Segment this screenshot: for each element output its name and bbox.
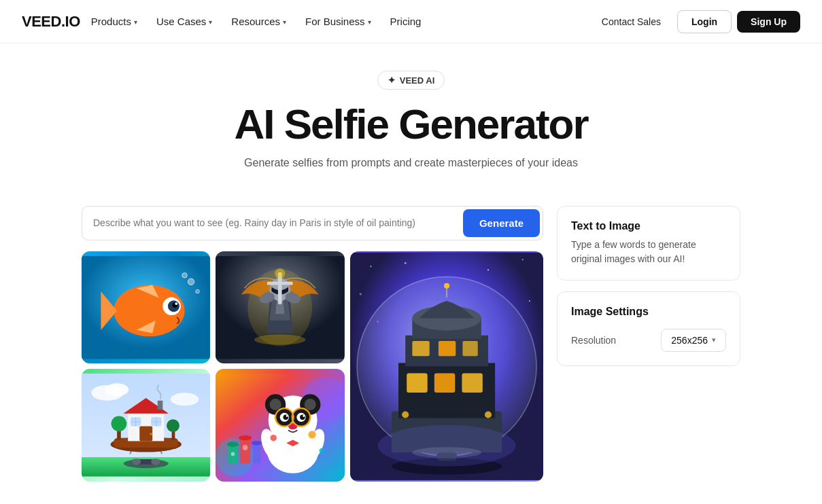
svg-rect-34 xyxy=(434,374,455,393)
svg-point-54 xyxy=(171,393,199,406)
generate-button[interactable]: Generate xyxy=(463,209,540,237)
svg-point-43 xyxy=(444,283,449,289)
svg-point-50 xyxy=(377,425,515,467)
svg-point-24 xyxy=(487,269,489,270)
svg-point-8 xyxy=(175,302,177,305)
nav-products[interactable]: Products ▾ xyxy=(83,10,145,33)
right-panel: Text to Image Type a few words to genera… xyxy=(557,206,740,482)
chevron-down-icon: ▾ xyxy=(712,336,716,344)
logo[interactable]: VEED.IO xyxy=(22,13,80,31)
main-content: Generate xyxy=(0,206,822,504)
text-to-image-card: Text to Image Type a few words to genera… xyxy=(557,206,740,281)
login-button[interactable]: Login xyxy=(677,10,732,33)
nav-forbusiness[interactable]: For Business ▾ xyxy=(297,10,379,33)
hero-title: AI Selfie Generator xyxy=(234,102,587,147)
chevron-down-icon: ▾ xyxy=(134,18,137,26)
hero-subtitle: Generate selfies from prompts and create… xyxy=(244,157,578,169)
navbar-left: VEED.IO Products ▾ Use Cases ▾ Resources… xyxy=(22,10,429,33)
chevron-down-icon: ▾ xyxy=(209,18,212,26)
svg-point-114 xyxy=(320,448,325,454)
image-floating-house xyxy=(82,369,210,481)
svg-point-22 xyxy=(370,266,371,267)
svg-point-23 xyxy=(405,262,407,264)
svg-point-90 xyxy=(231,452,235,456)
svg-point-59 xyxy=(112,416,127,432)
svg-rect-85 xyxy=(240,438,250,464)
svg-point-27 xyxy=(529,300,530,302)
svg-point-113 xyxy=(271,435,277,441)
svg-point-91 xyxy=(243,445,248,450)
nav-resources[interactable]: Resources ▾ xyxy=(223,10,294,33)
svg-point-89 xyxy=(252,441,262,446)
navbar: VEED.IO Products ▾ Use Cases ▾ Resources… xyxy=(0,0,822,43)
svg-point-61 xyxy=(167,420,179,433)
chevron-down-icon: ▾ xyxy=(368,18,371,26)
chevron-down-icon: ▾ xyxy=(283,18,286,26)
svg-point-19 xyxy=(275,268,286,278)
svg-point-80 xyxy=(151,458,160,465)
svg-point-11 xyxy=(182,273,188,278)
image-fish xyxy=(82,251,210,363)
left-panel: Generate xyxy=(82,206,543,482)
svg-rect-37 xyxy=(412,341,429,356)
svg-point-10 xyxy=(196,289,200,293)
text-to-image-desc: Type a few words to generate original im… xyxy=(571,238,726,266)
svg-point-105 xyxy=(303,415,305,417)
svg-point-64 xyxy=(150,433,152,435)
resolution-row: Resolution 256x256 ▾ xyxy=(571,329,726,352)
search-input[interactable] xyxy=(82,208,460,238)
svg-point-26 xyxy=(360,293,362,295)
svg-rect-39 xyxy=(462,341,477,356)
veed-ai-badge: ✦ VEED AI xyxy=(377,71,445,90)
image-panda xyxy=(216,369,344,481)
image-settings-title: Image Settings xyxy=(571,306,726,318)
nav-usecases[interactable]: Use Cases ▾ xyxy=(148,10,220,33)
nav-pricing[interactable]: Pricing xyxy=(382,10,430,33)
svg-rect-49 xyxy=(407,374,427,393)
svg-rect-18 xyxy=(267,282,293,285)
svg-point-88 xyxy=(239,435,252,441)
svg-point-112 xyxy=(309,431,316,439)
svg-point-47 xyxy=(402,411,409,418)
svg-rect-86 xyxy=(253,444,260,464)
svg-rect-38 xyxy=(439,341,456,356)
svg-point-97 xyxy=(305,399,316,410)
svg-point-53 xyxy=(105,384,129,397)
contact-sales-button[interactable]: Contact Sales xyxy=(591,11,672,33)
svg-rect-73 xyxy=(158,401,163,410)
image-globe-house xyxy=(350,251,543,482)
text-to-image-title: Text to Image xyxy=(571,220,726,232)
image-settings-card: Image Settings Resolution 256x256 ▾ xyxy=(557,291,740,366)
svg-point-79 xyxy=(132,458,141,465)
svg-point-104 xyxy=(286,415,288,417)
svg-rect-35 xyxy=(462,374,482,393)
resolution-select[interactable]: 256x256 ▾ xyxy=(661,329,726,352)
svg-point-20 xyxy=(254,334,306,344)
image-warrior xyxy=(216,251,344,363)
sparkle-icon: ✦ xyxy=(388,75,396,86)
navbar-right: Contact Sales Login Sign Up xyxy=(591,10,800,33)
resolution-label: Resolution xyxy=(571,335,616,346)
image-grid xyxy=(82,251,543,482)
svg-point-9 xyxy=(188,278,194,285)
signup-button[interactable]: Sign Up xyxy=(737,11,800,33)
svg-point-25 xyxy=(522,259,524,260)
search-bar: Generate xyxy=(82,206,543,240)
hero-section: ✦ VEED AI AI Selfie Generator Generate s… xyxy=(0,43,822,206)
svg-point-95 xyxy=(270,399,281,410)
svg-point-48 xyxy=(485,411,492,418)
resolution-value: 256x256 xyxy=(671,335,708,346)
svg-point-87 xyxy=(227,442,239,448)
